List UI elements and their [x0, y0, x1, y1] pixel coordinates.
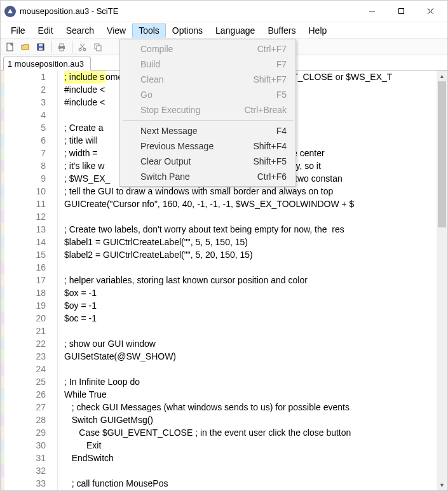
- svg-rect-6: [39, 44, 43, 46]
- line-number: 24: [4, 363, 46, 375]
- menu-item-previous-message[interactable]: Previous MessageShift+F4: [121, 138, 294, 154]
- minimize-button[interactable]: [357, 2, 386, 21]
- code-line[interactable]: Case $GUI_EVENT_CLOSE ; in the event use…: [64, 426, 437, 439]
- menu-tools[interactable]: Tools: [132, 24, 166, 37]
- code-line[interactable]: [64, 464, 437, 477]
- toolbar-print-icon[interactable]: [55, 40, 69, 54]
- line-number: 9: [4, 172, 46, 185]
- menu-language[interactable]: Language: [209, 24, 261, 37]
- code-line[interactable]: ; helper variables, storing last known c…: [64, 274, 437, 286]
- line-number: 2: [4, 83, 46, 96]
- menu-edit[interactable]: Edit: [32, 24, 60, 37]
- menu-item-compile: CompileCtrl+F7: [121, 41, 294, 57]
- menu-item-next-message[interactable]: Next MessageF4: [121, 123, 294, 138]
- menu-search[interactable]: Search: [60, 24, 100, 37]
- close-button[interactable]: [416, 2, 445, 21]
- menu-item-shortcut: Ctrl+F7: [257, 44, 287, 54]
- menu-help[interactable]: Help: [302, 24, 333, 37]
- code-line[interactable]: ; tell the GUI to draw a windows with sm…: [64, 185, 437, 198]
- menubar: FileEditSearchViewToolsOptionsLanguageBu…: [1, 22, 447, 39]
- menu-item-label: Compile: [140, 44, 257, 54]
- menu-item-shortcut: F5: [276, 90, 287, 100]
- line-number: 14: [4, 236, 46, 248]
- app-icon: [4, 6, 16, 17]
- code-line[interactable]: GUICreate("Cursor nfo", 160, 40, -1, -1,…: [64, 198, 437, 210]
- menu-item-label: Clean: [140, 74, 253, 84]
- window-title: mouseposition.au3 - SciTE: [20, 6, 118, 16]
- menu-separator: [123, 120, 293, 121]
- code-line[interactable]: Exit: [64, 439, 437, 452]
- code-line[interactable]: $label1 = GUICtrlCreateLabel("", 5, 5, 1…: [64, 236, 437, 248]
- code-line[interactable]: $label2 = GUICtrlCreateLabel("", 5, 20, …: [64, 248, 437, 261]
- code-line[interactable]: ; In Infinite Loop do: [64, 375, 437, 388]
- line-number: 3: [4, 96, 46, 109]
- line-number: 5: [4, 121, 46, 134]
- menu-item-label: Go: [140, 90, 276, 100]
- code-line[interactable]: [64, 325, 437, 337]
- line-number: 29: [4, 426, 46, 439]
- line-number: 32: [4, 464, 46, 477]
- line-number: 27: [4, 401, 46, 414]
- menu-buffers[interactable]: Buffers: [261, 24, 302, 37]
- code-line[interactable]: ; show our GUI window: [64, 337, 437, 350]
- line-number: 31: [4, 452, 46, 464]
- code-line[interactable]: GUISetState(@SW_SHOW): [64, 350, 437, 363]
- svg-rect-1: [398, 9, 404, 14]
- tools-menu-dropdown: CompileCtrl+F7BuildF7CleanShift+F7GoF5St…: [119, 39, 296, 187]
- line-number: 26: [4, 388, 46, 401]
- code-line[interactable]: ; Create two labels, don't worry about t…: [64, 223, 437, 236]
- scrollbar-track[interactable]: [437, 81, 447, 480]
- line-number: 20: [4, 312, 46, 325]
- code-line[interactable]: Switch GUIGetMsg(): [64, 414, 437, 426]
- line-number: 21: [4, 325, 46, 337]
- code-line[interactable]: $oc = -1: [64, 312, 437, 325]
- line-number: 6: [4, 134, 46, 147]
- line-number: 8: [4, 159, 46, 172]
- scroll-down-icon[interactable]: ▼: [437, 480, 447, 490]
- line-number: 7: [4, 147, 46, 159]
- line-number-gutter: 1234567891011121314151617181920212223242…: [4, 71, 58, 490]
- scroll-up-icon[interactable]: ▲: [437, 71, 447, 81]
- code-line[interactable]: ; check GUI Messages (what windows sends…: [64, 401, 437, 414]
- code-line[interactable]: [64, 261, 437, 274]
- menu-item-stop-executing: Stop ExecutingCtrl+Break: [121, 102, 294, 118]
- line-number: 22: [4, 337, 46, 350]
- line-number: 30: [4, 439, 46, 452]
- toolbar-save-icon[interactable]: [34, 40, 48, 54]
- toolbar-new-icon[interactable]: [3, 40, 17, 54]
- code-line[interactable]: [64, 363, 437, 375]
- toolbar-copy-icon[interactable]: [91, 40, 105, 54]
- maximize-button[interactable]: [386, 2, 416, 21]
- menu-file[interactable]: File: [4, 24, 32, 37]
- code-line[interactable]: $oy = -1: [64, 299, 437, 312]
- menu-options[interactable]: Options: [166, 24, 209, 37]
- vertical-scrollbar[interactable]: ▲ ▼: [437, 71, 447, 490]
- line-number: 12: [4, 210, 46, 223]
- line-number: 17: [4, 274, 46, 286]
- svg-rect-10: [60, 48, 64, 51]
- menu-item-clear-output[interactable]: Clear OutputShift+F5: [121, 154, 294, 169]
- line-number: 15: [4, 248, 46, 261]
- code-line[interactable]: $ox = -1: [64, 286, 437, 299]
- menu-item-shortcut: Ctrl+F6: [257, 172, 287, 182]
- scrollbar-thumb[interactable]: [438, 81, 446, 227]
- line-number: 19: [4, 299, 46, 312]
- line-number: 4: [4, 109, 46, 121]
- menu-item-clean: CleanShift+F7: [121, 72, 294, 87]
- toolbar-cut-icon[interactable]: [76, 40, 90, 54]
- toolbar-open-icon[interactable]: [18, 40, 32, 54]
- menu-item-shortcut: Shift+F7: [253, 74, 287, 84]
- code-line[interactable]: ; call function MousePos: [64, 477, 437, 490]
- menu-item-label: Clear Output: [140, 156, 253, 166]
- code-line[interactable]: While True: [64, 388, 437, 401]
- menu-item-shortcut: F7: [276, 59, 287, 69]
- titlebar: mouseposition.au3 - SciTE: [1, 1, 447, 22]
- code-line[interactable]: EndSwitch: [64, 452, 437, 464]
- line-number: 18: [4, 286, 46, 299]
- menu-item-build: BuildF7: [121, 57, 294, 72]
- line-number: 28: [4, 414, 46, 426]
- menu-item-switch-pane[interactable]: Switch PaneCtrl+F6: [121, 169, 294, 184]
- code-line[interactable]: [64, 210, 437, 223]
- file-tab[interactable]: 1 mouseposition.au3: [3, 57, 91, 71]
- menu-view[interactable]: View: [100, 24, 132, 37]
